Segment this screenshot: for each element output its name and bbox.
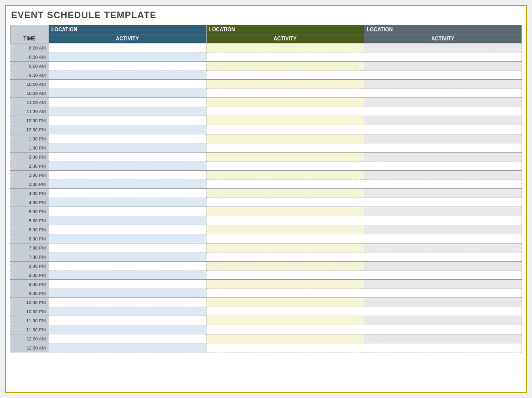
activity-cell-1[interactable] (49, 207, 206, 216)
activity-cell-2[interactable] (206, 262, 364, 271)
activity-cell-2[interactable] (206, 143, 364, 153)
activity-cell-2[interactable] (206, 243, 364, 253)
activity-cell-1[interactable] (49, 162, 206, 171)
activity-cell-2[interactable] (206, 107, 364, 116)
activity-cell-3[interactable] (364, 334, 521, 343)
activity-cell-1[interactable] (49, 143, 206, 153)
activity-cell-3[interactable] (364, 116, 521, 125)
activity-cell-3[interactable] (364, 189, 521, 198)
activity-cell-2[interactable] (206, 216, 364, 225)
activity-cell-3[interactable] (364, 43, 521, 53)
activity-cell-1[interactable] (49, 80, 206, 89)
activity-cell-2[interactable] (206, 253, 364, 262)
activity-cell-1[interactable] (49, 116, 206, 125)
activity-cell-1[interactable] (49, 134, 206, 143)
activity-cell-2[interactable] (206, 307, 364, 316)
activity-cell-3[interactable] (364, 153, 521, 162)
activity-cell-2[interactable] (206, 316, 364, 325)
activity-cell-3[interactable] (364, 289, 521, 298)
activity-cell-2[interactable] (206, 43, 364, 53)
activity-cell-1[interactable] (49, 243, 206, 253)
activity-cell-1[interactable] (49, 253, 206, 262)
activity-cell-2[interactable] (206, 189, 364, 198)
activity-cell-3[interactable] (364, 80, 521, 89)
activity-cell-1[interactable] (49, 280, 206, 289)
activity-cell-3[interactable] (364, 162, 521, 171)
activity-cell-1[interactable] (49, 334, 206, 343)
activity-cell-3[interactable] (364, 171, 521, 180)
activity-cell-3[interactable] (364, 53, 521, 62)
activity-cell-1[interactable] (49, 62, 206, 71)
activity-cell-2[interactable] (206, 234, 364, 243)
activity-cell-2[interactable] (206, 225, 364, 234)
activity-cell-3[interactable] (364, 89, 521, 98)
activity-cell-1[interactable] (49, 89, 206, 98)
activity-cell-1[interactable] (49, 43, 206, 53)
activity-cell-3[interactable] (364, 216, 521, 225)
activity-cell-2[interactable] (206, 325, 364, 334)
activity-cell-2[interactable] (206, 71, 364, 80)
activity-cell-2[interactable] (206, 125, 364, 134)
activity-cell-2[interactable] (206, 162, 364, 171)
activity-cell-3[interactable] (364, 262, 521, 271)
activity-cell-2[interactable] (206, 298, 364, 307)
activity-cell-2[interactable] (206, 134, 364, 143)
activity-cell-3[interactable] (364, 62, 521, 71)
activity-cell-1[interactable] (49, 225, 206, 234)
activity-cell-2[interactable] (206, 62, 364, 71)
activity-cell-3[interactable] (364, 243, 521, 253)
activity-cell-2[interactable] (206, 334, 364, 343)
activity-cell-1[interactable] (49, 107, 206, 116)
activity-cell-2[interactable] (206, 289, 364, 298)
activity-cell-1[interactable] (49, 289, 206, 298)
activity-cell-3[interactable] (364, 271, 521, 280)
activity-cell-2[interactable] (206, 207, 364, 216)
activity-cell-2[interactable] (206, 53, 364, 62)
activity-cell-3[interactable] (364, 134, 521, 143)
activity-cell-3[interactable] (364, 253, 521, 262)
activity-cell-1[interactable] (49, 171, 206, 180)
activity-cell-3[interactable] (364, 71, 521, 80)
activity-cell-1[interactable] (49, 271, 206, 280)
activity-cell-3[interactable] (364, 198, 521, 207)
activity-cell-3[interactable] (364, 207, 521, 216)
activity-cell-1[interactable] (49, 98, 206, 107)
activity-cell-2[interactable] (206, 98, 364, 107)
activity-cell-2[interactable] (206, 171, 364, 180)
activity-cell-1[interactable] (49, 153, 206, 162)
activity-cell-3[interactable] (364, 298, 521, 307)
activity-cell-1[interactable] (49, 307, 206, 316)
activity-cell-3[interactable] (364, 98, 521, 107)
activity-cell-1[interactable] (49, 325, 206, 334)
activity-cell-3[interactable] (364, 234, 521, 243)
activity-cell-2[interactable] (206, 116, 364, 125)
activity-cell-1[interactable] (49, 343, 206, 353)
activity-cell-3[interactable] (364, 343, 521, 353)
activity-cell-1[interactable] (49, 234, 206, 243)
activity-cell-1[interactable] (49, 125, 206, 134)
activity-cell-2[interactable] (206, 80, 364, 89)
activity-cell-2[interactable] (206, 198, 364, 207)
activity-cell-1[interactable] (49, 198, 206, 207)
activity-cell-3[interactable] (364, 316, 521, 325)
activity-cell-3[interactable] (364, 325, 521, 334)
activity-cell-2[interactable] (206, 271, 364, 280)
activity-cell-3[interactable] (364, 125, 521, 134)
activity-cell-2[interactable] (206, 153, 364, 162)
activity-cell-2[interactable] (206, 280, 364, 289)
activity-cell-3[interactable] (364, 180, 521, 189)
activity-cell-1[interactable] (49, 180, 206, 189)
activity-cell-1[interactable] (49, 316, 206, 325)
activity-cell-2[interactable] (206, 343, 364, 353)
activity-cell-3[interactable] (364, 307, 521, 316)
activity-cell-1[interactable] (49, 216, 206, 225)
activity-cell-1[interactable] (49, 262, 206, 271)
activity-cell-1[interactable] (49, 53, 206, 62)
activity-cell-2[interactable] (206, 180, 364, 189)
activity-cell-1[interactable] (49, 189, 206, 198)
activity-cell-3[interactable] (364, 143, 521, 153)
activity-cell-3[interactable] (364, 225, 521, 234)
activity-cell-3[interactable] (364, 107, 521, 116)
activity-cell-3[interactable] (364, 280, 521, 289)
activity-cell-2[interactable] (206, 89, 364, 98)
